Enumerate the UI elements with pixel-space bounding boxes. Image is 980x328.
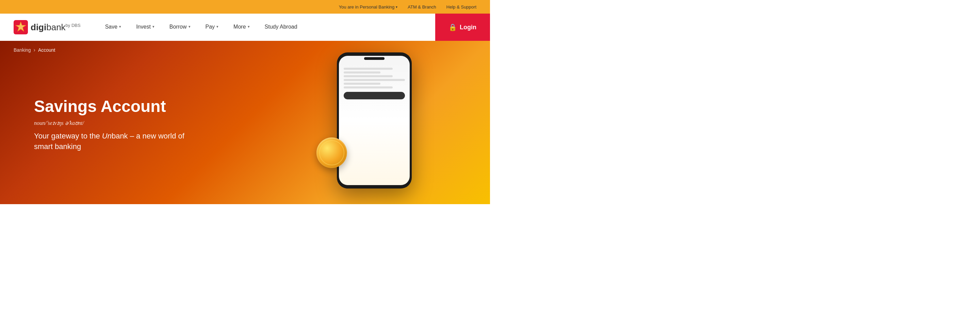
nav-links: Save ▾ Invest ▾ Borrow ▾ Pay ▾ More ▾ St… bbox=[98, 14, 435, 41]
phone-screen bbox=[339, 56, 410, 185]
logo-text: digibankby DBS bbox=[30, 23, 81, 32]
phone-mockup bbox=[327, 53, 422, 195]
breadcrumb-parent-link[interactable]: Banking bbox=[14, 47, 31, 53]
nav-pay-label: Pay bbox=[205, 24, 215, 30]
nav-item-study-abroad[interactable]: Study Abroad bbox=[257, 14, 305, 41]
screen-button bbox=[344, 92, 405, 99]
atm-branch-link[interactable]: ATM & Branch bbox=[408, 5, 436, 10]
personal-banking-link[interactable]: You are in Personal Banking ▾ bbox=[339, 5, 398, 10]
hero-section: Banking › Account Savings Account noun/ˈ… bbox=[0, 41, 490, 204]
hero-title: Savings Account bbox=[34, 98, 204, 116]
help-support-link[interactable]: Help & Support bbox=[447, 5, 476, 10]
chevron-down-icon: ▾ bbox=[119, 24, 121, 29]
phone-body bbox=[337, 53, 412, 188]
breadcrumb-parent-label: Banking bbox=[14, 47, 31, 53]
chevron-down-icon: ▾ bbox=[248, 24, 250, 29]
utility-bar: You are in Personal Banking ▾ ATM & Bran… bbox=[0, 0, 490, 14]
breadcrumb-separator: › bbox=[34, 47, 35, 53]
personal-banking-label: You are in Personal Banking bbox=[339, 5, 395, 10]
main-nav: digibankby DBS Save ▾ Invest ▾ Borrow ▾ … bbox=[0, 14, 490, 41]
screen-line-4 bbox=[344, 79, 405, 81]
hero-phonetic: noun/ˈseɪvɪŋs əˈkaʊnt/ bbox=[34, 120, 204, 126]
screen-line-1 bbox=[344, 68, 393, 70]
nav-more-label: More bbox=[234, 24, 246, 30]
nav-item-more[interactable]: More ▾ bbox=[226, 14, 257, 41]
nav-invest-label: Invest bbox=[136, 24, 151, 30]
screen-line-5 bbox=[344, 83, 380, 85]
nav-borrow-label: Borrow bbox=[169, 24, 187, 30]
phone-notch bbox=[364, 57, 385, 60]
hero-desc-before: Your gateway to the bbox=[34, 132, 102, 140]
screen-line-6 bbox=[344, 86, 393, 88]
screen-line-2 bbox=[344, 72, 380, 73]
hero-content: Savings Account noun/ˈseɪvɪŋs əˈkaʊnt/ Y… bbox=[0, 59, 490, 204]
nav-study-abroad-label: Study Abroad bbox=[265, 24, 298, 30]
coin-graphic bbox=[317, 137, 347, 168]
dbs-logo-icon bbox=[14, 20, 28, 34]
chevron-down-icon: ▾ bbox=[396, 5, 398, 9]
logo[interactable]: digibankby DBS bbox=[14, 20, 81, 34]
phone-screen-content bbox=[339, 56, 410, 104]
hero-desc-italic: Un bbox=[102, 132, 111, 140]
nav-item-save[interactable]: Save ▾ bbox=[98, 14, 129, 41]
hero-text: Savings Account noun/ˈseɪvɪŋs əˈkaʊnt/ Y… bbox=[34, 98, 204, 152]
login-button[interactable]: 🔒 Login bbox=[435, 14, 490, 41]
hero-description: Your gateway to the Unbank – a new world… bbox=[34, 131, 204, 152]
lock-icon: 🔒 bbox=[449, 23, 456, 32]
nav-item-pay[interactable]: Pay ▾ bbox=[198, 14, 226, 41]
chevron-down-icon: ▾ bbox=[189, 24, 191, 29]
nav-save-label: Save bbox=[105, 24, 118, 30]
nav-item-borrow[interactable]: Borrow ▾ bbox=[162, 14, 198, 41]
screen-line-3 bbox=[344, 75, 393, 77]
chevron-down-icon: ▾ bbox=[216, 24, 218, 29]
nav-item-invest[interactable]: Invest ▾ bbox=[129, 14, 162, 41]
login-label: Login bbox=[460, 24, 476, 31]
breadcrumb-current: Account bbox=[38, 47, 56, 53]
chevron-down-icon: ▾ bbox=[153, 24, 154, 29]
